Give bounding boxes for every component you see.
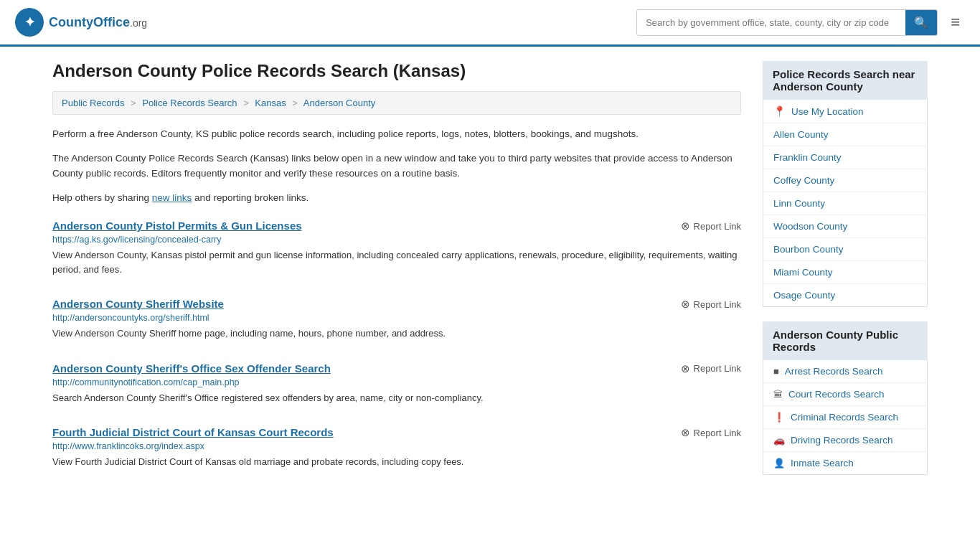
record-url-2[interactable]: http://communitynotification.com/cap_mai… — [52, 377, 741, 387]
nearby-counties-list: 📍 Use My Location Allen CountyFranklin C… — [763, 100, 928, 307]
county-item-2[interactable]: Coffey County — [763, 169, 927, 192]
report-label-1: Report Link — [694, 299, 741, 310]
use-location-item[interactable]: 📍 Use My Location — [763, 100, 927, 123]
breadcrumb-anderson-county[interactable]: Anderson County — [303, 98, 375, 108]
record-title-3[interactable]: Fourth Judicial District Court of Kansas… — [52, 426, 334, 438]
pr-link-0[interactable]: Arrest Records Search — [785, 366, 883, 377]
intro-paragraph-2: The Anderson County Police Records Searc… — [52, 151, 741, 182]
record-title-row-1: Anderson County Sheriff Website ⊗ Report… — [52, 298, 741, 311]
main-content: Anderson County Police Records Search (K… — [52, 61, 741, 489]
record-title-row-0: Anderson County Pistol Permits & Gun Lic… — [52, 220, 741, 232]
report-icon-1: ⊗ — [681, 298, 690, 311]
pr-link-4[interactable]: Inmate Search — [791, 458, 854, 468]
pr-link-3[interactable]: Driving Records Search — [791, 435, 893, 446]
report-link-1[interactable]: ⊗ Report Link — [681, 298, 741, 311]
public-records-list: ■ Arrest Records Search 🏛 Court Records … — [763, 360, 928, 475]
new-links-link[interactable]: new links — [152, 192, 192, 203]
main-container: Anderson County Police Records Search (K… — [31, 47, 949, 504]
record-desc-1: View Anderson County Sheriff home page, … — [52, 326, 741, 341]
county-link-6[interactable]: Miami County — [773, 267, 833, 278]
county-item-7[interactable]: Osage County — [763, 284, 927, 306]
pr-item-4[interactable]: 👤 Inmate Search — [763, 452, 927, 474]
sidebar: Police Records Search near Anderson Coun… — [763, 61, 928, 489]
search-button[interactable]: 🔍 — [905, 10, 937, 35]
records-container: Anderson County Pistol Permits & Gun Lic… — [52, 220, 741, 476]
record-desc-3: View Fourth Judicial District Court of K… — [52, 455, 741, 469]
nearby-section: Police Records Search near Anderson Coun… — [763, 61, 928, 307]
county-link-2[interactable]: Coffey County — [773, 175, 834, 186]
public-records-items-container: ■ Arrest Records Search 🏛 Court Records … — [763, 360, 927, 474]
logo-text: CountyOffice.org — [49, 15, 147, 30]
search-bar: 🔍 — [636, 9, 938, 36]
pr-item-0[interactable]: ■ Arrest Records Search — [763, 360, 927, 383]
record-title-0[interactable]: Anderson County Pistol Permits & Gun Lic… — [52, 220, 302, 232]
use-location-link[interactable]: Use My Location — [791, 106, 864, 117]
county-item-1[interactable]: Franklin County — [763, 146, 927, 169]
report-link-2[interactable]: ⊗ Report Link — [681, 362, 741, 375]
pr-item-3[interactable]: 🚗 Driving Records Search — [763, 429, 927, 452]
record-title-row-3: Fourth Judicial District Court of Kansas… — [52, 426, 741, 439]
record-title-1[interactable]: Anderson County Sheriff Website — [52, 298, 224, 310]
logo-icon: ✦ — [14, 7, 44, 37]
county-link-5[interactable]: Bourbon County — [773, 244, 844, 255]
pr-icon-0: ■ — [773, 366, 779, 377]
county-link-1[interactable]: Franklin County — [773, 152, 842, 163]
page-title: Anderson County Police Records Search (K… — [52, 61, 741, 81]
pr-link-2[interactable]: Criminal Records Search — [791, 412, 898, 423]
nearby-counties-container: Allen CountyFranklin CountyCoffey County… — [763, 123, 927, 306]
record-title-row-2: Anderson County Sheriff's Office Sex Off… — [52, 362, 741, 375]
county-link-4[interactable]: Woodson County — [773, 221, 847, 232]
record-url-1[interactable]: http://andersoncountyks.org/sheriff.html — [52, 313, 741, 323]
record-entry-1: Anderson County Sheriff Website ⊗ Report… — [52, 298, 741, 348]
record-url-0[interactable]: https://ag.ks.gov/licensing/concealed-ca… — [52, 235, 741, 245]
county-item-0[interactable]: Allen County — [763, 123, 927, 146]
svg-text:✦: ✦ — [24, 15, 35, 29]
report-link-0[interactable]: ⊗ Report Link — [681, 220, 741, 232]
breadcrumb: Public Records > Police Records Search >… — [52, 91, 741, 115]
pr-item-1[interactable]: 🏛 Court Records Search — [763, 383, 927, 406]
report-label-0: Report Link — [694, 221, 741, 232]
intro-paragraph-1: Perform a free Anderson County, KS publi… — [52, 126, 741, 142]
record-entry-2: Anderson County Sheriff's Office Sex Off… — [52, 362, 741, 413]
breadcrumb-police-records[interactable]: Police Records Search — [142, 98, 237, 108]
county-link-7[interactable]: Osage County — [773, 290, 835, 301]
breadcrumb-public-records[interactable]: Public Records — [62, 98, 124, 108]
record-url-3[interactable]: http://www.franklincoks.org/index.aspx — [52, 441, 741, 451]
county-item-4[interactable]: Woodson County — [763, 215, 927, 238]
report-icon-2: ⊗ — [681, 362, 690, 375]
pr-icon-1: 🏛 — [773, 389, 783, 400]
county-link-0[interactable]: Allen County — [773, 129, 829, 140]
report-link-3[interactable]: ⊗ Report Link — [681, 426, 741, 439]
logo-area[interactable]: ✦ CountyOffice.org — [14, 7, 147, 37]
report-icon-3: ⊗ — [681, 426, 690, 439]
pr-icon-4: 👤 — [773, 458, 785, 468]
menu-button[interactable]: ≡ — [945, 10, 966, 34]
report-label-2: Report Link — [694, 363, 741, 374]
record-entry-3: Fourth Judicial District Court of Kansas… — [52, 426, 741, 476]
record-entry-0: Anderson County Pistol Permits & Gun Lic… — [52, 220, 741, 283]
nearby-header: Police Records Search near Anderson Coun… — [763, 61, 928, 100]
pin-icon: 📍 — [773, 105, 786, 117]
search-input[interactable] — [637, 11, 905, 34]
county-item-6[interactable]: Miami County — [763, 261, 927, 284]
county-link-3[interactable]: Linn County — [773, 198, 825, 209]
breadcrumb-kansas[interactable]: Kansas — [255, 98, 286, 108]
pr-link-1[interactable]: Court Records Search — [788, 389, 885, 400]
site-header: ✦ CountyOffice.org 🔍 ≡ — [0, 0, 980, 47]
report-icon-0: ⊗ — [681, 220, 690, 232]
pr-item-2[interactable]: ❗ Criminal Records Search — [763, 406, 927, 429]
record-desc-2: Search Anderson County Sheriff's Office … — [52, 391, 741, 405]
header-right: 🔍 ≡ — [636, 9, 966, 36]
county-item-3[interactable]: Linn County — [763, 192, 927, 215]
report-label-3: Report Link — [694, 428, 741, 438]
record-desc-0: View Anderson County, Kansas pistol perm… — [52, 248, 741, 276]
pr-icon-3: 🚗 — [773, 435, 785, 446]
public-records-header: Anderson County Public Records — [763, 321, 928, 360]
record-title-2[interactable]: Anderson County Sheriff's Office Sex Off… — [52, 362, 331, 375]
intro-paragraph-3: Help others by sharing new links and rep… — [52, 190, 741, 206]
county-item-5[interactable]: Bourbon County — [763, 238, 927, 261]
public-records-section: Anderson County Public Records ■ Arrest … — [763, 321, 928, 475]
pr-icon-2: ❗ — [773, 412, 785, 423]
